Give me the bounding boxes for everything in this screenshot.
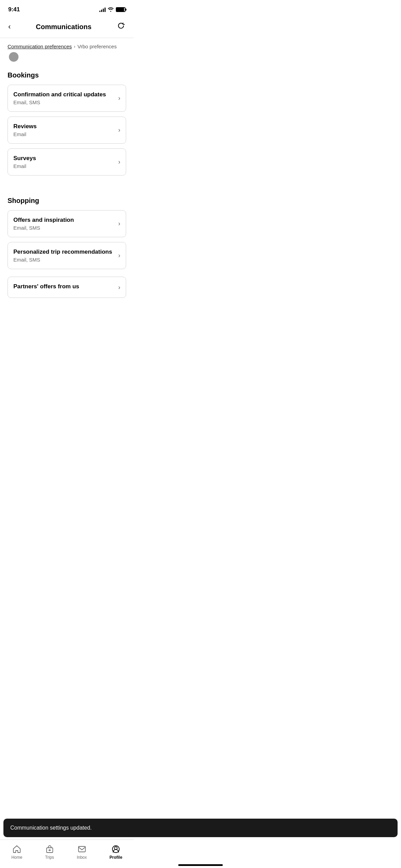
breadcrumb-link[interactable]: Communication preferences <box>8 44 72 49</box>
surveys-chevron-icon: › <box>118 158 120 166</box>
reviews-subtitle: Email <box>13 131 114 137</box>
progress-dot <box>9 52 19 62</box>
reviews-title: Reviews <box>13 123 114 130</box>
confirmation-content: Confirmation and critical updates Email,… <box>13 91 114 105</box>
reviews-content: Reviews Email <box>13 123 114 137</box>
partners-card[interactable]: Partners' offers from us › <box>8 277 126 298</box>
refresh-button[interactable] <box>115 20 127 34</box>
offers-content: Offers and inspiration Email, SMS <box>13 217 114 231</box>
surveys-subtitle: Email <box>13 163 114 169</box>
offers-card[interactable]: Offers and inspiration Email, SMS › <box>8 210 126 237</box>
signal-icon <box>99 7 106 12</box>
breadcrumb: Communication preferences › Vrbo prefere… <box>0 38 134 51</box>
partners-content: Partners' offers from us <box>13 283 114 291</box>
confirmation-card[interactable]: Confirmation and critical updates Email,… <box>8 85 126 112</box>
surveys-content: Surveys Email <box>13 155 114 169</box>
partners-chevron-icon: › <box>118 284 120 291</box>
personalized-card[interactable]: Personalized trip recommendations Email,… <box>8 242 126 269</box>
reviews-card[interactable]: Reviews Email › <box>8 117 126 144</box>
status-time: 9:41 <box>8 6 20 13</box>
partners-title: Partners' offers from us <box>13 283 114 290</box>
page-title: Communications <box>36 23 92 31</box>
personalized-chevron-icon: › <box>118 252 120 259</box>
reviews-chevron-icon: › <box>118 126 120 134</box>
status-bar: 9:41 <box>0 0 134 17</box>
personalized-content: Personalized trip recommendations Email,… <box>13 249 114 263</box>
wifi-icon <box>108 7 114 13</box>
breadcrumb-separator: › <box>74 44 75 49</box>
shopping-section: Shopping Offers and inspiration Email, S… <box>0 190 134 277</box>
content-area: Communication preferences › Vrbo prefere… <box>0 38 134 332</box>
offers-subtitle: Email, SMS <box>13 225 114 231</box>
breadcrumb-current: Vrbo preferences <box>77 44 117 49</box>
offers-chevron-icon: › <box>118 220 120 227</box>
nav-header: ‹ Communications <box>0 17 134 38</box>
bookings-section: Bookings Confirmation and critical updat… <box>0 64 134 183</box>
personalized-title: Personalized trip recommendations <box>13 249 114 255</box>
confirmation-chevron-icon: › <box>118 95 120 102</box>
breadcrumb-indicator <box>0 51 134 64</box>
surveys-card[interactable]: Surveys Email › <box>8 148 126 176</box>
personalized-subtitle: Email, SMS <box>13 257 114 263</box>
shopping-title: Shopping <box>8 197 126 205</box>
confirmation-subtitle: Email, SMS <box>13 99 114 105</box>
surveys-title: Surveys <box>13 155 114 162</box>
battery-icon <box>116 7 125 12</box>
status-icons <box>99 7 125 13</box>
bookings-title: Bookings <box>8 71 126 79</box>
offers-title: Offers and inspiration <box>13 217 114 224</box>
confirmation-title: Confirmation and critical updates <box>13 91 114 98</box>
back-button[interactable]: ‹ <box>7 21 12 33</box>
